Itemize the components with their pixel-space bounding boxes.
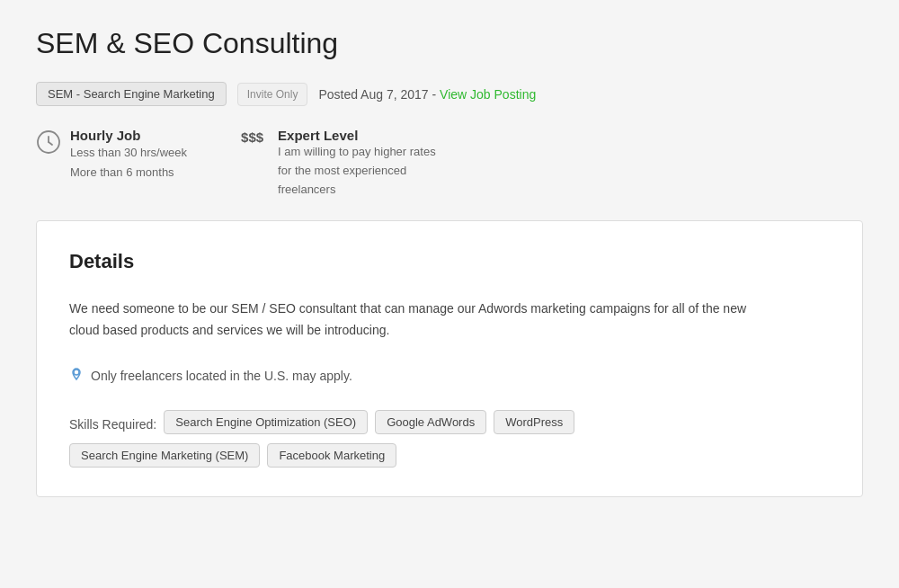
svg-point-3	[74, 370, 79, 375]
skills-section: Skills Required: Search Engine Optimizat…	[69, 410, 830, 468]
dollar-signs: $$$	[241, 129, 263, 145]
skills-label: Skills Required:	[69, 413, 156, 432]
skill-tag-wordpress[interactable]: WordPress	[494, 410, 574, 434]
expert-level-item: $$$ Expert Level I am willing to pay hig…	[241, 128, 436, 199]
expert-desc: I am willing to pay higher rates for the…	[278, 143, 436, 199]
clock-icon	[36, 129, 61, 155]
job-type-label: Hourly Job	[70, 128, 187, 143]
meta-row: SEM - Search Engine Marketing Invite Onl…	[36, 82, 863, 106]
job-type-item: Hourly Job Less than 30 hrs/week More th…	[36, 128, 187, 183]
svg-line-2	[49, 142, 52, 145]
skill-tag-facebook[interactable]: Facebook Marketing	[267, 443, 396, 468]
job-type-text: Hourly Job Less than 30 hrs/week More th…	[70, 128, 187, 183]
invite-badge: Invite Only	[237, 83, 308, 106]
view-job-posting-link[interactable]: View Job Posting	[440, 87, 536, 102]
details-card: Details We need someone to be our SEM / …	[36, 220, 863, 497]
details-body: We need someone to be our SEM / SEO cons…	[69, 298, 770, 342]
job-hours: Less than 30 hrs/week	[70, 143, 187, 163]
skill-tag-sem[interactable]: Search Engine Marketing (SEM)	[69, 443, 260, 468]
expert-label: Expert Level	[278, 128, 436, 143]
location-pin-icon	[69, 367, 84, 385]
location-notice-text: Only freelancers located in the U.S. may…	[91, 369, 352, 383]
posted-date: Posted Aug 7, 2017 - View Job Posting	[318, 87, 536, 102]
job-duration: More than 6 months	[70, 163, 187, 183]
skill-tag-adwords[interactable]: Google AdWords	[375, 410, 486, 434]
skills-line-2: Search Engine Marketing (SEM) Facebook M…	[69, 443, 830, 468]
job-meta-row: Hourly Job Less than 30 hrs/week More th…	[36, 128, 863, 199]
expert-level-text: Expert Level I am willing to pay higher …	[278, 128, 436, 199]
skill-tag-seo[interactable]: Search Engine Optimization (SEO)	[164, 410, 368, 434]
category-tag: SEM - Search Engine Marketing	[36, 82, 227, 106]
location-notice: Only freelancers located in the U.S. may…	[69, 367, 830, 385]
skills-line-1: Skills Required: Search Engine Optimizat…	[69, 410, 830, 434]
details-heading: Details	[69, 250, 830, 273]
page-title: SEM & SEO Consulting	[36, 27, 863, 60]
